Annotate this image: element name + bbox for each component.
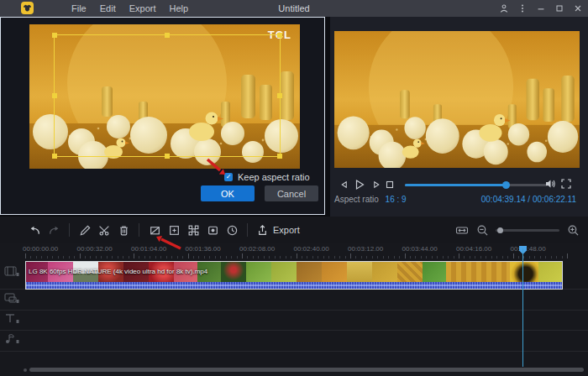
- video-track-icon[interactable]: [4, 265, 21, 279]
- ruler-tick: [96, 256, 97, 258]
- video-clip[interactable]: LG 8K 60fps HDR NATURE (4k video ultra h…: [25, 261, 563, 290]
- ruler-tick: [52, 256, 53, 258]
- seek-bar[interactable]: [405, 184, 548, 186]
- ruler-tick: [198, 256, 199, 258]
- app-logo-icon: [21, 2, 34, 14]
- ruler-tick: [182, 256, 183, 258]
- ruler-tick: [421, 256, 422, 258]
- ruler-tick: [188, 253, 189, 258]
- ruler-tick: [80, 253, 81, 258]
- ruler-tick: [415, 256, 416, 258]
- record-tool-button[interactable]: [206, 223, 219, 237]
- crop-handle-bottom-left[interactable]: [52, 154, 57, 159]
- mosaic-tool-button[interactable]: [186, 223, 200, 237]
- seek-handle[interactable]: [502, 181, 510, 189]
- ruler-tick: [556, 256, 557, 258]
- maximize-button[interactable]: [553, 2, 566, 15]
- ruler-tick: [562, 256, 563, 258]
- undo-button[interactable]: [28, 223, 41, 237]
- ruler-timestamp: 00:01:04.00: [131, 245, 166, 253]
- split-tool-button[interactable]: [97, 223, 111, 237]
- edit-tool-button[interactable]: [78, 223, 92, 237]
- play-button[interactable]: [353, 178, 366, 191]
- keep-aspect-checkbox[interactable]: ✓: [224, 173, 233, 181]
- titlebar: FileEditExportHelp Untitled: [0, 0, 588, 17]
- crop-rectangle[interactable]: [54, 34, 281, 157]
- timeline: 00:00:00.0000:00:32.0000:01:04.0000:01:3…: [0, 243, 588, 376]
- ruler-tick: [318, 256, 318, 258]
- ruler-tick: [171, 256, 172, 258]
- crop-handle-top-middle[interactable]: [165, 33, 170, 38]
- ruler-tick: [269, 256, 270, 258]
- timeline-zoom-knob[interactable]: [497, 227, 503, 233]
- fullscreen-icon[interactable]: [560, 178, 572, 193]
- crop-handle-middle-right[interactable]: [277, 93, 282, 98]
- clip-thumbnail: [423, 262, 446, 282]
- timeline-zoom-slider[interactable]: [496, 229, 559, 232]
- ruler-tick: [247, 256, 248, 258]
- ruler-tick: [502, 256, 503, 258]
- aspect-ratio-value[interactable]: 16 : 9: [386, 195, 407, 204]
- crop-handle-top-right[interactable]: [277, 33, 282, 38]
- crop-handle-middle-left[interactable]: [52, 93, 57, 98]
- account-icon[interactable]: [497, 2, 511, 15]
- step-backward-button[interactable]: [337, 178, 350, 191]
- minimize-button[interactable]: [534, 2, 548, 15]
- ruler-tick: [242, 253, 243, 258]
- ruler-tick: [291, 256, 291, 258]
- ruler-tick: [443, 256, 444, 258]
- zoom-out-icon[interactable]: [475, 223, 489, 237]
- ruler-tick: [160, 256, 161, 258]
- track-headers: [0, 258, 23, 352]
- crop-handle-bottom-middle[interactable]: [165, 154, 170, 159]
- toolbar-divider: [247, 223, 248, 237]
- duration-tool-button[interactable]: [225, 223, 239, 237]
- zoom-tool-button[interactable]: [167, 223, 181, 237]
- menu-help[interactable]: Help: [170, 3, 189, 13]
- export-button[interactable]: Export: [256, 224, 300, 237]
- more-menu-icon[interactable]: [516, 2, 529, 15]
- close-button[interactable]: [571, 2, 585, 15]
- menu-file[interactable]: File: [71, 3, 87, 13]
- toolbar-divider: [139, 223, 139, 237]
- ruler-tick: [394, 256, 395, 258]
- clip-thumbnail: [538, 262, 562, 282]
- ruler-tick: [155, 256, 156, 258]
- scrollbar-dot: [24, 368, 27, 372]
- music-track-icon[interactable]: [4, 332, 21, 346]
- aspect-ratio-label: Aspect ratio: [334, 195, 379, 204]
- ruler-tick: [134, 253, 134, 258]
- ruler-tick: [307, 256, 307, 258]
- ok-button[interactable]: OK: [201, 185, 255, 201]
- timecode: 00:04:39.14 / 00:06:22.11: [481, 195, 576, 204]
- menu-export[interactable]: Export: [129, 3, 156, 13]
- horizontal-scrollbar[interactable]: [29, 368, 584, 372]
- step-forward-button[interactable]: [370, 178, 383, 191]
- redo-button[interactable]: [47, 223, 60, 237]
- ruler-tick: [388, 256, 389, 258]
- text-track-icon[interactable]: [4, 312, 21, 326]
- ruler-tick: [372, 256, 373, 258]
- ruler-tick: [275, 256, 276, 258]
- crop-dialog: TCL ✓ Keep aspect ratio OK Cancel: [0, 17, 325, 215]
- ruler-tick: [85, 256, 86, 258]
- ruler-tick: [534, 256, 535, 258]
- timeline-ruler[interactable]: 00:00:00.0000:00:32.0000:01:04.0000:01:3…: [0, 243, 588, 258]
- ruler-tick: [25, 253, 26, 258]
- fit-timeline-icon[interactable]: [455, 223, 469, 237]
- stop-button[interactable]: [383, 178, 396, 191]
- cancel-button[interactable]: Cancel: [265, 185, 318, 201]
- delete-tool-button[interactable]: [117, 223, 130, 237]
- crop-tool-button[interactable]: [148, 223, 161, 237]
- ruler-timestamp: 00:02:40.00: [294, 245, 329, 253]
- pip-track-icon[interactable]: [4, 292, 21, 306]
- menu-edit[interactable]: Edit: [100, 3, 116, 13]
- crop-handle-bottom-right[interactable]: [277, 154, 282, 159]
- ruler-tick: [204, 256, 205, 258]
- ruler-tick: [63, 256, 64, 258]
- volume-icon[interactable]: [544, 178, 556, 193]
- toolbar: Export: [0, 217, 588, 243]
- ruler-tick: [112, 256, 113, 258]
- zoom-in-icon[interactable]: [566, 223, 580, 237]
- crop-handle-top-left[interactable]: [52, 33, 57, 38]
